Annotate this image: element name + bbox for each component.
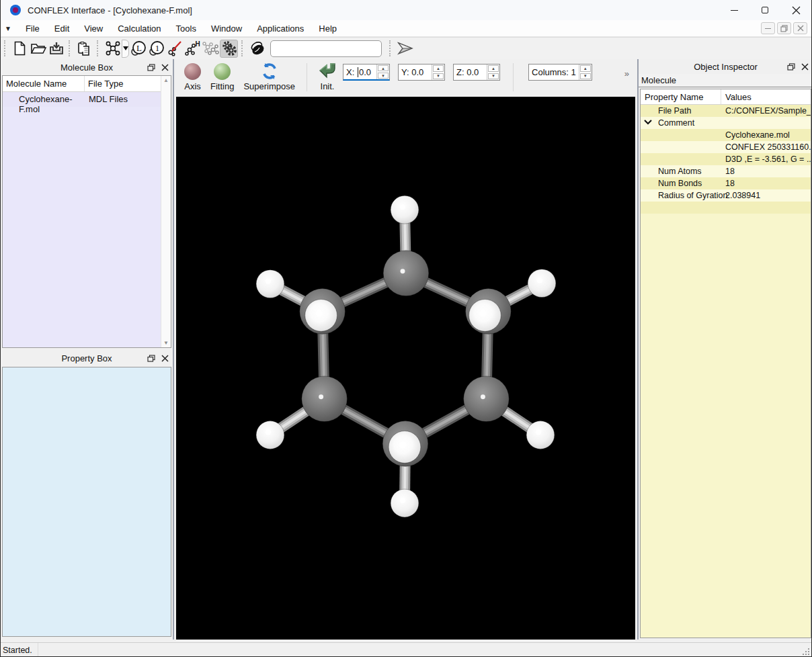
scroll-down-icon[interactable]: ▼ [161,340,171,346]
hydrogen-atom[interactable] [256,421,284,449]
menu-tools[interactable]: Tools [169,21,204,36]
open-file-button[interactable] [29,40,47,58]
inspector-row[interactable]: File PathC:/CONFLEX/Sample_... [641,105,811,117]
close-panel-icon[interactable] [801,63,809,71]
command-input[interactable] [270,40,382,57]
spin-up-icon[interactable]: ▲ [488,65,499,72]
scroll-up-icon[interactable]: ▲ [161,77,171,83]
property-value-cell[interactable] [721,117,811,129]
object-inspector-titlebar[interactable]: Object Inspector [639,59,812,74]
columns-spinbox[interactable]: Columns: 1 ▲▼ [528,64,592,81]
maximize-button[interactable] [749,0,780,20]
inspector-row[interactable]: Comment [641,117,811,129]
edit-molecule-button[interactable] [165,40,184,58]
inspector-row[interactable]: Num Bonds18 [641,177,811,189]
menu-calculation[interactable]: Calculation [110,21,168,36]
run-button[interactable] [396,40,414,58]
float-panel-icon[interactable] [787,63,795,71]
float-panel-icon[interactable] [147,64,155,71]
menu-view[interactable]: View [77,21,110,36]
toolbar-drag-handle[interactable] [241,40,245,56]
x-spinbox[interactable]: X: 0.0 ▲▼ [343,64,390,81]
property-value-cell[interactable]: CONFLEX 250331160... [721,141,811,153]
copy-button[interactable] [75,40,93,58]
hydrogen-atom[interactable] [526,421,555,449]
carbon-atom[interactable] [383,251,429,296]
mdi-minimize-button[interactable] [761,22,775,34]
mdi-restore-button[interactable] [777,22,791,34]
molecule-row[interactable]: Cyclohexane-F.molMDL Files [3,92,171,107]
settings-gears-button[interactable] [220,40,238,58]
property-value-cell[interactable]: 18 [721,165,811,177]
menu-help[interactable]: Help [311,21,344,36]
minimize-button[interactable] [719,0,749,20]
toolbar-overflow-icon[interactable]: » [624,62,635,79]
property-name-cell[interactable] [641,141,721,153]
property-value-cell[interactable]: C:/CONFLEX/Sample_... [721,105,811,117]
close-button[interactable] [780,0,811,20]
hydrogen-atom[interactable] [391,489,419,517]
superimpose-button[interactable]: Superimpose [243,62,295,91]
atom-label-button[interactable]: L [129,40,147,58]
menu-file[interactable]: File [18,21,47,36]
float-panel-icon[interactable] [147,355,155,362]
toolbar-drag-handle[interactable] [4,40,7,56]
y-spinbox[interactable]: Y: 0.0 ▲▼ [398,64,445,81]
fitting-button[interactable]: Fitting [210,62,234,91]
conflex-run-settings-button[interactable] [248,40,266,58]
file-type-cell[interactable]: MDL Files [85,92,128,107]
init-button[interactable]: Init. [319,62,336,91]
menu-applications[interactable]: Applications [249,21,311,36]
molecule-list-scrollbar[interactable]: ▲ ▼ [161,76,171,347]
spin-down-icon[interactable]: ▼ [433,73,444,80]
inspector-table-header[interactable]: Property Name Values [641,89,811,105]
property-name-cell[interactable] [641,129,721,141]
spin-down-icon[interactable]: ▼ [488,73,499,80]
carbon-atom[interactable] [302,376,348,422]
property-name-cell[interactable]: Radius of Gyration [641,189,721,202]
property-name-cell[interactable] [641,153,721,165]
cyclohexane-3d-model[interactable] [176,97,635,640]
mdi-close-button[interactable] [793,22,807,34]
toolbar-drag-handle[interactable] [69,40,72,56]
property-box-titlebar[interactable]: Property Box [1,349,173,367]
resize-grip-icon[interactable] [802,648,810,656]
column-molecule-name[interactable]: Molecule Name [3,76,85,91]
superpose-molecules-button[interactable] [202,40,220,58]
close-panel-icon[interactable] [161,355,169,362]
property-name-cell[interactable]: Comment [641,117,721,129]
molecule-name-cell[interactable]: Cyclohexane-F.mol [3,92,85,107]
property-value-cell[interactable]: 2.038941 [721,189,811,202]
new-file-button[interactable] [11,40,29,58]
molecule-style-dropdown-button[interactable] [122,40,129,58]
spin-down-icon[interactable]: ▼ [378,73,389,79]
z-spin-buttons[interactable]: ▲▼ [487,64,499,80]
hydrogen-atom[interactable] [256,270,284,298]
property-value-cell[interactable]: 18 [721,177,811,189]
add-hydrogen-button[interactable]: H [184,40,202,58]
y-spin-buttons[interactable]: ▲▼ [432,64,444,80]
hydrogen-atom[interactable] [528,269,556,298]
chevron-down-icon[interactable] [644,120,652,125]
close-panel-icon[interactable] [161,64,169,71]
atom-number-button[interactable]: 1 [147,40,165,58]
molecule-list-header[interactable]: Molecule Name File Type [3,76,171,92]
import-button[interactable] [47,40,65,58]
property-name-cell[interactable]: Num Bonds [641,177,721,189]
inspector-row[interactable]: Num Atoms18 [641,165,811,177]
molecule-viewport[interactable] [176,97,635,640]
spin-down-icon[interactable]: ▼ [580,73,591,80]
property-name-cell[interactable]: File Path [641,105,721,117]
property-value-cell[interactable]: D3D ,E = -3.561, G = ... [721,153,811,165]
inspector-row[interactable]: Cyclohexane.mol [641,129,811,141]
x-spin-buttons[interactable]: ▲▼ [376,64,389,79]
columns-spin-buttons[interactable]: ▲▼ [579,64,592,80]
column-property-name[interactable]: Property Name [641,89,721,104]
axis-button[interactable]: Axis [184,62,201,91]
menu-edit[interactable]: Edit [47,21,77,36]
hydrogen-atom[interactable] [391,195,419,224]
inspector-row[interactable]: Radius of Gyration2.038941 [641,189,811,202]
toolbar-drag-handle[interactable] [97,40,100,56]
inspector-row[interactable]: D3D ,E = -3.561, G = ... [641,153,811,165]
spin-up-icon[interactable]: ▲ [433,65,444,72]
